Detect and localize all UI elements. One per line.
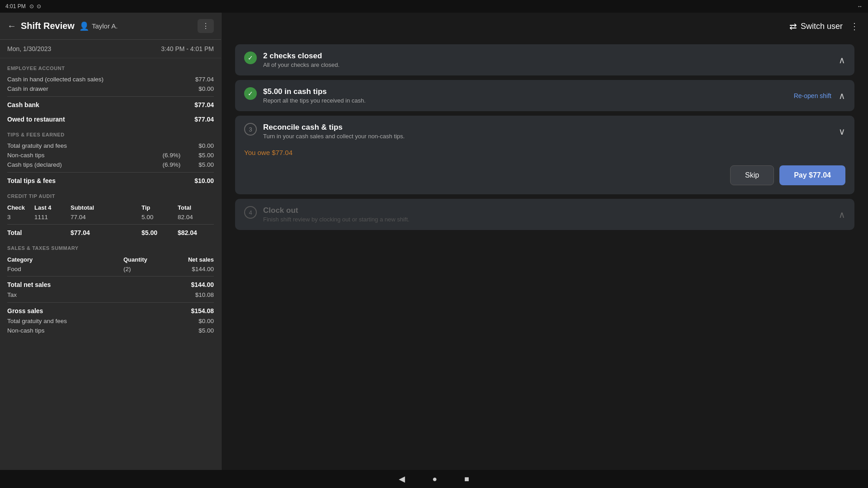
gross-sales-label: Gross sales [7,307,43,314]
right-content: ✓ 2 checks closed All of your checks are… [222,40,868,470]
back-button[interactable]: ← [7,21,16,31]
user-info: 👤 Taylor A. [79,21,118,31]
sales-col-category: Category [7,256,123,263]
total-tips-fees-row: Total tips & fees $10.00 [7,175,214,186]
user-icon: 👤 [79,21,89,31]
sales-taxes-label: SALES & TAXES SUMMARY [7,245,214,251]
more-button[interactable]: ⋮ [198,19,214,33]
clock-out-card: 4 Clock out Finish shift review by clock… [235,199,854,230]
cash-in-hand-value: $77.04 [195,76,214,83]
sales-category: Food [7,266,123,272]
main-layout: ← Shift Review 👤 Taylor A. ⋮ Mon, 1/30/2… [0,13,868,470]
divider-4 [7,276,214,277]
clock-out-header: 4 Clock out Finish shift review by clock… [235,199,854,230]
audit-total-tip: $5.00 [142,229,178,236]
tips-fees-label: TIPS & FEES EARNED [7,132,214,137]
non-cash-tips-2-value: $5.00 [198,327,214,334]
audit-col-total: Total [178,204,214,211]
sales-row-1: Food (2) $144.00 [7,265,214,273]
skip-button[interactable]: Skip [730,165,774,185]
cash-tips-subtitle: Report all the tips you received in cash… [263,97,366,104]
left-header-title: ← Shift Review 👤 Taylor A. [7,21,118,31]
audit-last4: 1111 [34,214,71,221]
cash-tips-title: $5.00 in cash tips [263,87,366,96]
clock-out-step-icon: 4 [244,206,257,219]
shift-time-range: 3:40 PM - 4:01 PM [161,45,214,52]
nav-home-button[interactable]: ● [432,474,437,484]
right-more-button[interactable]: ⋮ [850,21,859,32]
reconcile-step-icon: 3 [244,123,257,136]
non-cash-tips-row: Non-cash tips (6.9%) $5.00 [7,150,214,160]
divider-3 [7,224,214,225]
audit-row-total: 82.04 [178,214,214,221]
total-gratuity-2-row: Total gratuity and fees $0.00 [7,316,214,326]
total-net-sales-label: Total net sales [7,281,123,288]
audit-col-tip: Tip [142,204,178,211]
switch-user-button[interactable]: ⇄ Switch user [789,21,843,32]
reopen-shift-link[interactable]: Re-open shift [794,92,831,99]
switch-user-label: Switch user [801,22,843,31]
cash-tips-header-left: ✓ $5.00 in cash tips Report all the tips… [244,87,366,104]
cash-tips-info: $5.00 in cash tips Report all the tips y… [263,87,366,104]
owed-to-restaurant-value: $77.04 [194,116,214,123]
non-cash-tips-pct: (6.9%) [162,152,180,159]
total-tips-fees-value: $10.00 [194,177,214,184]
total-gratuity-row: Total gratuity and fees $0.00 [7,141,214,150]
divider-2 [7,172,214,173]
signal-icon: ⊙ [29,3,34,9]
clock-out-header-left: 4 Clock out Finish shift review by clock… [244,206,410,223]
owed-to-restaurant-row: Owed to restaurant $77.04 [7,114,214,125]
tax-row: Tax $10.08 [7,290,214,300]
nav-recents-button[interactable]: ■ [464,474,469,484]
audit-col-check: Check [7,204,34,211]
sales-col-quantity: Quantity [123,256,169,263]
checks-closed-chevron[interactable]: ∧ [839,55,845,66]
cash-tips-declared-value: $5.00 [198,161,214,168]
bottom-nav: ◀ ● ■ [0,470,868,488]
sales-header: Category Quantity Net sales [7,254,214,265]
audit-header: Check Last 4 Subtotal Tip Total [7,202,214,213]
non-cash-tips-2-label: Non-cash tips [7,327,45,334]
total-net-sales-row: Total net sales $144.00 [7,279,214,290]
status-icons: ⊙ ⊙ [29,3,41,9]
nav-back-button[interactable]: ◀ [399,474,405,484]
employee-account-label: EMPLOYEE ACCOUNT [7,66,214,71]
pay-button[interactable]: Pay $77.04 [779,165,845,185]
cash-tips-declared-label: Cash tips (declared) [7,161,62,168]
audit-col-last4: Last 4 [34,204,71,211]
sales-col-net-sales: Net sales [169,256,214,263]
audit-tip: 5.00 [142,214,178,221]
tax-value: $10.08 [195,291,214,298]
sales-quantity: (2) [123,266,169,272]
audit-col-subtotal: Subtotal [71,204,142,211]
arrows-icon: ↔ [857,3,863,9]
left-header: ← Shift Review 👤 Taylor A. ⋮ [0,13,221,40]
reconcile-chevron[interactable]: ∨ [839,126,845,137]
reconcile-header: 3 Reconcile cash & tips Turn in your cas… [235,116,854,147]
status-bar-left: 4:01 PM ⊙ ⊙ [5,3,41,9]
credit-tip-audit-label: CREDIT TIP AUDIT [7,193,214,199]
cash-in-drawer-row: Cash in drawer $0.00 [7,84,214,94]
left-panel: ← Shift Review 👤 Taylor A. ⋮ Mon, 1/30/2… [0,13,222,470]
cash-bank-label: Cash bank [7,101,39,108]
cash-bank-value: $77.04 [194,101,214,108]
cash-tips-declared-row: Cash tips (declared) (6.9%) $5.00 [7,160,214,169]
checks-closed-check-icon: ✓ [244,52,257,64]
user-name: Taylor A. [92,22,118,30]
right-top-bar: ⇄ Switch user ⋮ [222,13,868,40]
status-bar: 4:01 PM ⊙ ⊙ ↔ [0,0,868,13]
date-row: Mon, 1/30/2023 3:40 PM - 4:01 PM [0,40,221,58]
reconcile-body: You owe $77.04 Skip Pay $77.04 [235,149,854,194]
switch-user-icon: ⇄ [789,21,797,32]
checks-closed-info: 2 checks closed All of your checks are c… [263,52,340,68]
cash-tips-chevron[interactable]: ∧ [839,90,845,101]
total-tips-fees-label: Total tips & fees [7,177,56,184]
clock-out-chevron[interactable]: ∧ [839,209,845,220]
total-gratuity-label: Total gratuity and fees [7,142,67,149]
cash-tips-check-icon: ✓ [244,87,257,100]
clock-out-info: Clock out Finish shift review by clockin… [263,206,410,223]
reconcile-buttons: Skip Pay $77.04 [244,165,845,185]
audit-subtotal: 77.04 [71,214,142,221]
shift-date: Mon, 1/30/2023 [7,45,51,52]
cash-tips-declared-pct: (6.9%) [162,161,180,168]
